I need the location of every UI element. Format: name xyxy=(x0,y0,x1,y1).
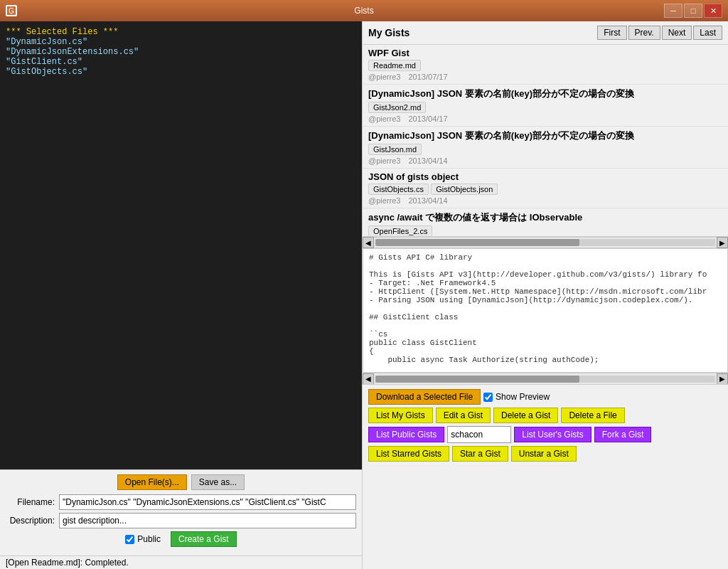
preview-scroll-thumb[interactable] xyxy=(375,376,579,383)
list-public-gists-button[interactable]: List Public Gists xyxy=(368,427,444,442)
delete-gist-button[interactable]: Delete a Gist xyxy=(493,408,558,423)
selected-file-3: "GistClient.cs" xyxy=(6,57,356,67)
scroll-left-arrow[interactable]: ◀ xyxy=(363,237,374,248)
file-button-row: Open File(s)... Save as... xyxy=(6,474,356,490)
preview-scroll-left[interactable]: ◀ xyxy=(363,373,374,385)
horizontal-scrollbar[interactable]: ◀ ▶ xyxy=(363,237,728,248)
list-my-gists-button[interactable]: List My Gists xyxy=(368,408,433,423)
gist-meta: @pierre3 2013/04/14 xyxy=(368,196,722,205)
gist-meta: @pierre3 2013/07/17 xyxy=(368,73,722,81)
gist-file: OpenFiles_2.cs xyxy=(368,225,432,237)
gist-file: GistJson.md xyxy=(368,144,422,155)
list-item[interactable]: WPF Gist Readme.md @pierre3 2013/07/17 xyxy=(363,45,728,85)
list-item[interactable]: [DynamicJson] JSON 要素の名前(key)部分が不定の場合の変換… xyxy=(363,85,728,127)
next-button[interactable]: Next xyxy=(662,26,692,40)
status-text: [Open Readme.md]: Completed. xyxy=(6,558,129,568)
preview-scroll-bottom[interactable]: ◀ ▶ xyxy=(363,373,728,384)
list-item[interactable]: async /await で複数の値を返す場合は IObservable Ope… xyxy=(363,208,728,237)
code-editor[interactable]: *** Selected Files *** "DynamicJson.cs" … xyxy=(0,21,362,469)
gist-author: @pierre3 xyxy=(368,196,400,205)
gist-file: GistObjects.cs xyxy=(368,184,429,195)
gist-list[interactable]: WPF Gist Readme.md @pierre3 2013/07/17 [… xyxy=(363,45,728,237)
first-button[interactable]: First xyxy=(597,26,626,40)
preview-scroll-right[interactable]: ▶ xyxy=(717,373,728,385)
preview-content: # Gists API C# library This is [Gists AP… xyxy=(369,253,722,364)
my-gists-title: My Gists xyxy=(368,27,410,38)
titlebar: G Gists ─ □ ✕ xyxy=(0,0,728,21)
gist-date: 2013/07/17 xyxy=(408,73,447,81)
preview-scroll-track[interactable] xyxy=(375,376,715,383)
preview-area[interactable]: # Gists API C# library This is [Gists AP… xyxy=(363,248,728,373)
main-container: *** Selected Files *** "DynamicJson.cs" … xyxy=(0,21,728,569)
gist-author: @pierre3 xyxy=(368,115,400,123)
minimize-button[interactable]: ─ xyxy=(664,4,682,18)
description-label: Description: xyxy=(6,516,59,526)
gist-author: @pierre3 xyxy=(368,73,400,81)
selected-file-4: "GistObjects.cs" xyxy=(6,67,356,77)
svg-text:G: G xyxy=(9,7,14,15)
filename-row: Filename: xyxy=(6,494,356,510)
public-row: Public Create a Gist xyxy=(6,531,356,547)
create-gist-button[interactable]: Create a Gist xyxy=(171,531,237,547)
gists-header: My Gists First Prev. Next Last xyxy=(363,21,728,45)
app-icon: G xyxy=(6,5,17,16)
gist-meta: @pierre3 2013/04/17 xyxy=(368,115,722,123)
gist-date: 2013/04/14 xyxy=(408,156,447,165)
scroll-track[interactable] xyxy=(375,239,715,246)
list-item[interactable]: [DynamicJson] JSON 要素の名前(key)部分が不定の場合の変換… xyxy=(363,127,728,169)
close-button[interactable]: ✕ xyxy=(704,4,722,18)
window-title: Gists xyxy=(354,6,373,16)
description-row: Description: xyxy=(6,513,356,528)
scroll-thumb[interactable] xyxy=(375,239,579,246)
edit-gist-button[interactable]: Edit a Gist xyxy=(436,408,491,423)
delete-file-button[interactable]: Delete a File xyxy=(561,408,624,423)
nav-buttons: First Prev. Next Last xyxy=(597,26,722,40)
fork-gist-button[interactable]: Fork a Gist xyxy=(594,427,652,442)
window-controls: ─ □ ✕ xyxy=(664,4,722,18)
show-preview-checkbox[interactable] xyxy=(483,393,493,402)
description-input[interactable] xyxy=(59,513,356,528)
gist-title: async /await で複数の値を返す場合は IObservable xyxy=(368,211,722,224)
gist-meta: @pierre3 2013/04/14 xyxy=(368,156,722,165)
last-button[interactable]: Last xyxy=(693,26,722,40)
titlebar-left: G xyxy=(6,5,17,16)
gist-title: WPF Gist xyxy=(368,48,722,58)
star-gist-button[interactable]: Star a Gist xyxy=(452,446,508,462)
download-selected-file-button[interactable]: Download a Selected File xyxy=(368,389,481,405)
action-row-2: List Public Gists List User's Gists Fork… xyxy=(368,426,722,443)
gist-title: JSON of gists object xyxy=(368,171,722,182)
selected-files-header: *** Selected Files *** xyxy=(6,27,356,37)
prev-button[interactable]: Prev. xyxy=(628,26,660,40)
action-row-3: List Starred Gists Star a Gist Unstar a … xyxy=(368,446,722,462)
gist-file: Readme.md xyxy=(368,60,421,71)
open-files-button[interactable]: Open File(s)... xyxy=(117,474,187,490)
show-preview-label: Show Preview xyxy=(496,392,550,402)
unstar-gist-button[interactable]: Unstar a Gist xyxy=(511,446,577,462)
username-input[interactable] xyxy=(447,426,511,443)
gist-title: [DynamicJson] JSON 要素の名前(key)部分が不定の場合の変換 xyxy=(368,129,722,142)
actions-area: Download a Selected File Show Preview Li… xyxy=(363,384,728,469)
filename-input[interactable] xyxy=(59,494,356,510)
save-as-button[interactable]: Save as... xyxy=(191,474,245,490)
public-label: Public xyxy=(137,534,161,544)
left-bottom-panel: Open File(s)... Save as... Filename: Des… xyxy=(0,469,362,555)
filename-label: Filename: xyxy=(6,497,59,507)
selected-file-1: "DynamicJson.cs" xyxy=(6,37,356,47)
gist-file: GistJson2.md xyxy=(368,102,426,113)
gist-file: GistObjects.json xyxy=(431,184,498,195)
right-panel: My Gists First Prev. Next Last WPF Gist … xyxy=(363,21,728,569)
list-user-gists-button[interactable]: List User's Gists xyxy=(514,427,591,442)
download-row: Download a Selected File Show Preview xyxy=(368,389,722,405)
gist-author: @pierre3 xyxy=(368,156,400,165)
scroll-right-arrow[interactable]: ▶ xyxy=(717,237,728,248)
selected-file-2: "DynamicJsonExtensions.cs" xyxy=(6,47,356,57)
gist-date: 2013/04/17 xyxy=(408,115,447,123)
list-starred-gists-button[interactable]: List Starred Gists xyxy=(368,446,449,462)
public-checkbox[interactable] xyxy=(125,535,134,544)
left-panel: *** Selected Files *** "DynamicJson.cs" … xyxy=(0,21,363,569)
action-row-1: List My Gists Edit a Gist Delete a Gist … xyxy=(368,408,722,423)
list-item[interactable]: JSON of gists object GistObjects.cs Gist… xyxy=(363,169,728,208)
restore-button[interactable]: □ xyxy=(684,4,702,18)
status-bar: [Open Readme.md]: Completed. xyxy=(0,555,362,569)
gist-date: 2013/04/14 xyxy=(408,196,447,205)
